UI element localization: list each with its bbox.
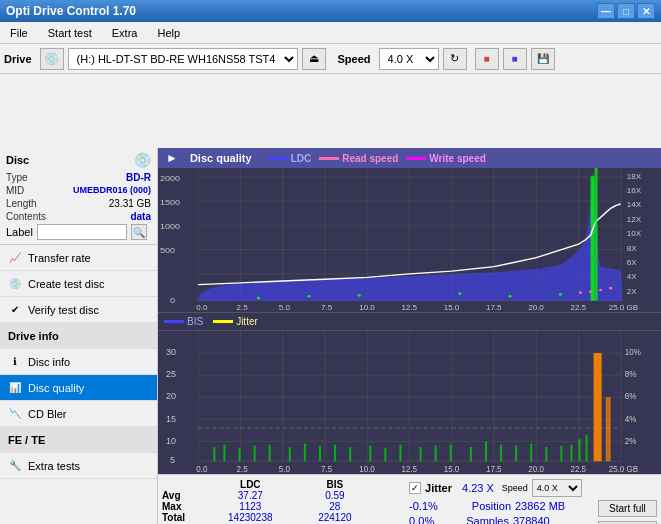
svg-text:15.0: 15.0	[444, 463, 460, 473]
svg-rect-84	[213, 446, 215, 460]
disc-type-label: Type	[6, 172, 28, 183]
drive-label: Drive	[4, 53, 32, 65]
svg-text:5.0: 5.0	[279, 303, 290, 311]
stats-jitter-speed: ✓ Jitter 4.23 X Speed 4.0 X -0.1% Positi…	[409, 479, 582, 524]
svg-text:20: 20	[166, 390, 176, 401]
disc-mid-row: MID UMEBDR016 (000)	[6, 185, 151, 196]
sidebar-item-cd-bler[interactable]: 📉 CD Bler	[0, 401, 157, 427]
start-part-button[interactable]: Start part	[598, 521, 657, 525]
stats-table-area: LDC BIS Avg 37.27 0.59	[162, 479, 401, 524]
sidebar-item-transfer-rate[interactable]: 📈 Transfer rate	[0, 245, 157, 271]
transfer-rate-icon: 📈	[8, 251, 22, 265]
disc-length-label: Length	[6, 198, 37, 209]
stats-bis-avg: 0.59	[299, 490, 371, 501]
stats-row-avg: Avg 37.27 0.59	[162, 490, 401, 501]
samples-value: 378840	[513, 515, 550, 524]
legend-ldc: LDC	[268, 153, 312, 164]
svg-text:20.0: 20.0	[528, 303, 544, 311]
svg-rect-108	[579, 439, 581, 461]
sidebar-label-drive-info: Drive info	[8, 330, 59, 342]
maximize-button[interactable]: □	[617, 3, 635, 19]
menu-help[interactable]: Help	[151, 25, 186, 41]
svg-text:14X: 14X	[627, 201, 641, 209]
disc-contents-row: Contents data	[6, 211, 151, 222]
svg-rect-106	[560, 445, 562, 460]
drive-info-section[interactable]: Drive info	[0, 323, 157, 349]
stats-row-total: Total 14230238 224120	[162, 512, 401, 523]
svg-text:17.5: 17.5	[486, 303, 502, 311]
disc-info-icon: ℹ	[8, 355, 22, 369]
menu-file[interactable]: File	[4, 25, 34, 41]
speed-dropdown[interactable]: 4.0 X	[532, 479, 582, 497]
cd-bler-icon: 📉	[8, 407, 22, 421]
svg-point-44	[257, 297, 260, 300]
create-test-disc-icon: 💿	[8, 277, 22, 291]
disc-label-input[interactable]	[37, 224, 127, 240]
legend-read-speed: Read speed	[319, 153, 398, 164]
disc-type-row: Type BD-R	[6, 172, 151, 183]
jitter-checkbox[interactable]: ✓	[409, 482, 421, 494]
fe-te-section[interactable]: FE / TE	[0, 427, 157, 453]
stats-bis-total: 224120	[299, 512, 371, 523]
svg-text:0: 0	[170, 295, 175, 304]
drive-select[interactable]: (H:) HL-DT-ST BD-RE WH16NS58 TST4	[68, 48, 298, 70]
svg-rect-54	[595, 168, 598, 301]
svg-rect-105	[545, 446, 547, 460]
svg-text:2%: 2%	[625, 435, 637, 445]
svg-text:6X: 6X	[627, 258, 637, 266]
eject-button[interactable]: ⏏	[302, 48, 326, 70]
chart-header: ► Disc quality LDC Read speed Write spee…	[158, 148, 661, 168]
svg-text:2.5: 2.5	[236, 303, 247, 311]
menu-start-test[interactable]: Start test	[42, 25, 98, 41]
verify-test-disc-icon: ✔	[8, 303, 22, 317]
save-button[interactable]: 💾	[531, 48, 555, 70]
sidebar-item-disc-quality[interactable]: 📊 Disc quality	[0, 375, 157, 401]
svg-text:16X: 16X	[627, 187, 641, 195]
svg-marker-43	[591, 175, 595, 301]
svg-rect-107	[570, 444, 572, 461]
svg-point-45	[307, 295, 310, 298]
stats-ldc-avg: 37.27	[202, 490, 299, 501]
legend-read-speed-color	[319, 157, 339, 160]
settings-button2[interactable]: ■	[503, 48, 527, 70]
svg-rect-93	[349, 446, 351, 460]
svg-text:12X: 12X	[627, 215, 641, 223]
title-controls: — □ ✕	[597, 3, 655, 19]
sidebar-item-disc-info[interactable]: ℹ Disc info	[0, 349, 157, 375]
legend-jitter-color	[213, 320, 233, 323]
col-header-empty2	[371, 479, 401, 490]
start-full-button[interactable]: Start full	[598, 500, 657, 517]
svg-marker-42	[198, 181, 623, 300]
stats-row-max: Max 1123 28	[162, 501, 401, 512]
svg-point-53	[609, 287, 612, 290]
drive-icon-btn: 💿	[40, 48, 64, 70]
speed-select[interactable]: 4.0 X	[379, 48, 439, 70]
settings-button1[interactable]: ■	[475, 48, 499, 70]
drive-toolbar: Drive 💿 (H:) HL-DT-ST BD-RE WH16NS58 TST…	[0, 44, 661, 74]
minimize-button[interactable]: —	[597, 3, 615, 19]
disc-label-button[interactable]: 🔍	[131, 224, 147, 240]
close-button[interactable]: ✕	[637, 3, 655, 19]
svg-text:17.5: 17.5	[486, 463, 502, 473]
sidebar-item-extra-tests[interactable]: 🔧 Extra tests	[0, 453, 157, 479]
svg-text:18X: 18X	[627, 172, 641, 180]
jitter-values-row: -0.1% Position 23862 MB	[409, 500, 582, 512]
sidebar-item-create-test-disc[interactable]: 💿 Create test disc	[0, 271, 157, 297]
svg-rect-92	[334, 444, 336, 461]
svg-text:25.0 GB: 25.0 GB	[609, 303, 638, 311]
stats-ldc-max: 1123	[202, 501, 299, 512]
sidebar-item-verify-test-disc[interactable]: ✔ Verify test disc	[0, 297, 157, 323]
sidebar-label-disc-quality: Disc quality	[28, 382, 84, 394]
legend-read-speed-label: Read speed	[342, 153, 398, 164]
svg-text:0.0: 0.0	[196, 463, 207, 473]
stats-bis-max: 28	[299, 501, 371, 512]
svg-text:25.0 GB: 25.0 GB	[609, 463, 639, 473]
svg-text:8%: 8%	[625, 368, 637, 378]
svg-rect-102	[500, 444, 502, 461]
svg-text:5: 5	[170, 454, 175, 465]
refresh-button[interactable]: ↻	[443, 48, 467, 70]
svg-text:10.0: 10.0	[359, 463, 375, 473]
sidebar-label-transfer-rate: Transfer rate	[28, 252, 91, 264]
menu-extra[interactable]: Extra	[106, 25, 144, 41]
svg-text:22.5: 22.5	[570, 303, 586, 311]
